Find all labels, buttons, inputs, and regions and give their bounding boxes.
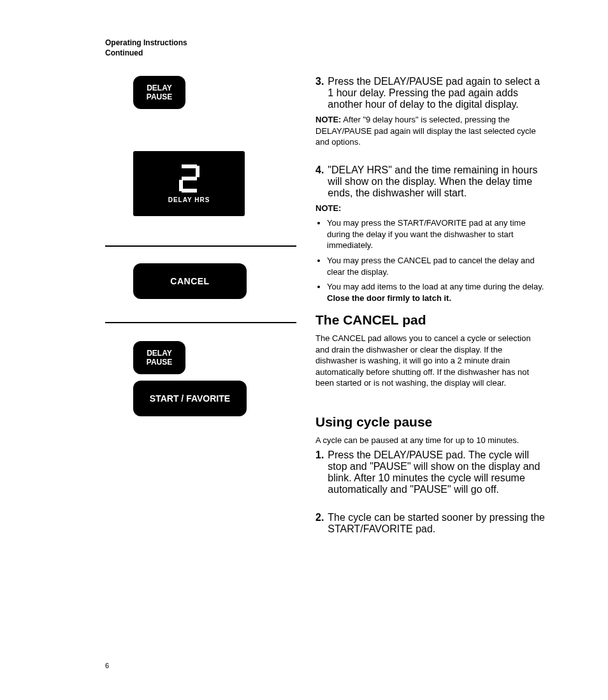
pause-step-1: 1. Press the DELAY/PAUSE pad. The cycle … [315,449,545,495]
note-label-2: NOTE: [315,203,545,214]
section-divider [105,245,296,247]
step-number: 3. [315,76,324,110]
step-text: Press the DELAY/PAUSE pad. The cycle wil… [328,449,545,495]
digital-display-illustration: DELAY HRS [133,151,245,216]
note-paragraph-1: NOTE: After "9 delay hours" is selected,… [315,114,545,148]
step-text: Press the DELAY/PAUSE pad again to selec… [328,76,545,110]
right-column: 3. Press the DELAY/PAUSE pad again to se… [315,76,545,539]
note-text: After "9 delay hours" is selected, press… [315,115,536,147]
bullet-item: You may press the START/FAVORITE pad at … [327,217,545,251]
two-column-layout: DELAY PAUSE DELAY HRS [105,76,538,539]
pause-step-2: 2. The cycle can be started sooner by pr… [315,512,545,535]
svg-rect-2 [182,177,197,180]
cancel-section-title: The CANCEL pad [315,312,545,328]
start-favorite-label: START / FAVORITE [150,393,230,404]
note-bullet-list: You may press the START/FAVORITE pad at … [315,217,545,303]
seven-segment-digit-icon [179,164,199,193]
page-header: Operating Instructions Continued [105,38,538,58]
step-text: "DELAY HRS" and the time remaining in ho… [328,164,545,199]
delay-pause-pad-illustration-2: DELAY PAUSE [133,341,185,374]
svg-rect-1 [196,166,199,177]
note-label: NOTE: [315,115,341,124]
delay-pause-pad-illustration: DELAY PAUSE [133,76,185,109]
left-column: DELAY PAUSE DELAY HRS [105,76,296,539]
step-text: The cycle can be started sooner by press… [328,512,545,535]
bullet-item: You may add items to the load at any tim… [327,281,545,303]
manual-page: Operating Instructions Continued DELAY P… [0,0,608,700]
step-number: 2. [315,512,324,535]
delay-pause-label-2: DELAY PAUSE [147,349,172,367]
step-4: 4. "DELAY HRS" and the time remaining in… [315,164,545,199]
step-number: 1. [315,449,324,495]
page-number: 6 [105,662,109,669]
header-line-2: Continued [105,48,538,59]
start-favorite-pad-illustration: START / FAVORITE [133,381,247,416]
svg-rect-4 [182,189,197,193]
step-3: 3. Press the DELAY/PAUSE pad again to se… [315,76,545,110]
delay-pause-label: DELAY PAUSE [147,84,172,102]
pause-section-title: Using cycle pause [315,414,545,430]
cancel-paragraph: The CANCEL pad allows you to cancel a cy… [315,333,545,389]
step-number: 4. [315,164,324,199]
display-label: DELAY HRS [168,196,210,203]
svg-rect-0 [182,164,197,168]
display-content: DELAY HRS [168,164,210,203]
header-line-1: Operating Instructions [105,38,538,48]
cancel-pad-illustration: CANCEL [133,263,247,299]
bullet-item: You may press the CANCEL pad to cancel t… [327,255,545,277]
cancel-label: CANCEL [170,276,209,286]
pause-intro: A cycle can be paused at any time for up… [315,435,545,446]
